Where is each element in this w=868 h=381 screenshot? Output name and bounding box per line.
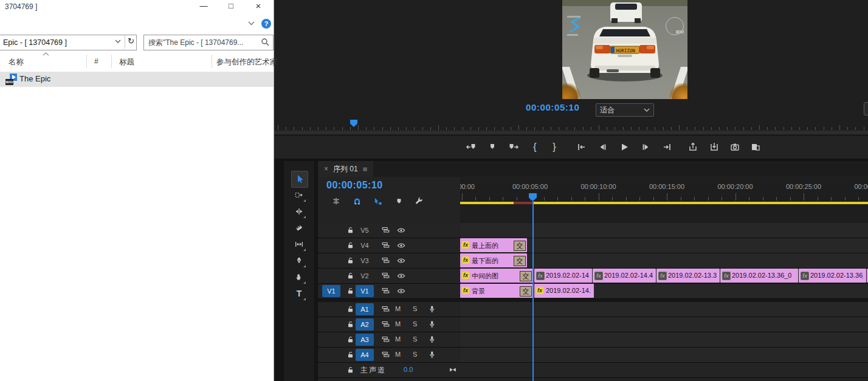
mute-button[interactable]: M [395,351,401,358]
search-icon[interactable] [261,38,269,46]
sync-lock-icon[interactable] [381,335,390,344]
zoom-level-select[interactable]: 适合 [596,103,654,117]
clip-最下面的[interactable]: fx最下面的交 [460,253,527,267]
lift-button[interactable] [684,139,701,156]
mic-icon[interactable] [427,304,436,314]
solo-button[interactable]: S [413,335,417,343]
chevron-down-icon[interactable] [115,39,121,44]
ripple-edit-tool[interactable] [291,204,307,219]
lock-open-icon[interactable] [346,225,355,235]
pen-tool[interactable] [291,253,307,269]
close-icon[interactable]: × [324,165,328,173]
lock-open-icon[interactable] [346,256,355,265]
track-target-A2[interactable]: A2 [356,318,374,331]
panel-menu-icon[interactable]: ≡ [363,165,368,174]
sync-lock-icon[interactable] [381,320,390,329]
track-name-V3[interactable]: V3 [356,255,374,267]
transition-badge[interactable]: 交 [520,286,532,297]
track-lane-V2[interactable]: fx中间的图交fx2019.02.02-14.33fx2019.02.02-14… [460,269,868,283]
hand-tool[interactable] [291,269,307,285]
linked-selection-button[interactable] [371,194,384,208]
solo-button[interactable]: S [413,320,417,328]
eye-icon[interactable] [396,241,406,250]
sync-lock-icon[interactable] [381,350,390,359]
solo-button[interactable]: S [413,305,417,312]
step-back-button[interactable] [594,139,611,156]
file-row-the-epic[interactable]: WAVThe Epic [0,72,274,87]
clip-2019.02.02-13.36_0[interactable]: fx2019.02.02-13.36_0 [799,269,866,283]
track-lane-V5[interactable] [460,223,868,238]
lock-open-icon[interactable] [346,335,355,344]
timeline-timecode[interactable]: 00:00:05:10 [326,180,383,191]
column-header-3[interactable]: 参与创作的艺术家 [216,57,277,67]
track-name-V4[interactable]: V4 [356,239,374,252]
track-name-V5[interactable]: V5 [356,224,374,236]
step-forward-button[interactable] [637,139,654,156]
go-to-previous-marker-button[interactable] [463,139,480,156]
master-volume-value[interactable]: 0.0 [404,366,413,373]
clip-背景[interactable]: fx背景交 [460,284,533,298]
timeline-settings-button[interactable] [412,194,425,208]
playhead-line[interactable] [532,201,534,381]
track-target-A3[interactable]: A3 [356,334,374,346]
mic-icon[interactable] [427,350,436,359]
help-button[interactable]: ? [261,19,271,29]
nest-sequence-button[interactable] [329,194,343,208]
sync-lock-icon[interactable] [381,271,390,280]
add-marker-button[interactable] [484,139,501,156]
track-lane-V3[interactable]: fx最下面的交 [460,253,868,268]
lock-open-icon[interactable] [346,350,355,359]
solo-button[interactable]: S [413,351,417,358]
track-target-A4[interactable]: A4 [356,349,374,361]
mute-button[interactable]: M [395,335,401,343]
track-lane-V4[interactable]: fx最上面的交 [460,238,868,253]
clip-2019.02.02-13.36_0[interactable]: fx2019.02.02-13.36_0 [720,269,798,283]
clip-2019.02.02-14.42_0[interactable]: fx2019.02.02-14.42_0 [593,269,656,283]
mark-in-button[interactable]: { [526,139,543,156]
track-target-A1[interactable]: A1 [356,303,374,315]
track-lane-A4[interactable] [460,348,868,362]
go-to-in-button[interactable] [573,139,590,156]
minimize-button[interactable]: — [198,1,210,11]
column-header-name[interactable]: 名称 [9,57,24,67]
mark-out-button[interactable]: } [546,139,563,156]
lock-open-icon[interactable] [346,271,355,280]
eye-icon[interactable] [396,286,406,296]
mic-icon[interactable] [427,320,436,329]
maximize-button[interactable]: □ [225,1,237,11]
go-to-out-button[interactable] [658,139,675,156]
transition-badge[interactable]: 交 [514,256,526,266]
clip-最上面的[interactable]: fx最上面的交 [460,238,527,252]
pan-icon[interactable] [448,365,457,374]
address-combo-box[interactable]: Epic - [ 13704769 ] ↻ [0,35,137,50]
track-name-V2[interactable]: V2 [356,270,374,282]
close-button[interactable]: × [252,1,264,11]
play-button[interactable] [616,139,633,156]
clip-2019.02.02-14.33[interactable]: fx2019.02.02-14.33 [534,269,592,283]
timeline-ruler[interactable]: 00:00:0000:00:05:0000:00:10:0000:00:15:0… [460,177,868,201]
track-select-forward-tool[interactable] [291,187,307,203]
clip-2019.02.02-13.36.p[interactable]: fx2019.02.02-13.36.p [656,269,720,283]
sync-lock-icon[interactable] [381,256,390,265]
lock-open-icon[interactable] [346,365,355,374]
extract-button[interactable] [706,139,723,156]
track-lane-A2[interactable] [460,317,868,332]
ribbon-collapse-chevron-icon[interactable] [248,21,255,26]
add-marker-button[interactable] [392,194,405,208]
track-lane-V1[interactable]: fx背景交fx2019.02.02-14.33 [460,284,868,298]
monitor-scroll-strip[interactable] [274,131,868,134]
sync-lock-icon[interactable] [381,286,390,295]
sync-lock-icon[interactable] [381,304,390,314]
eye-icon[interactable] [396,225,406,235]
go-to-next-marker-button[interactable] [505,139,522,156]
export-frame-button[interactable] [726,139,743,156]
lock-open-icon[interactable] [346,241,355,250]
lock-open-icon[interactable] [346,320,355,329]
sync-lock-icon[interactable] [381,241,390,250]
clip-2019.02.02-14.33[interactable]: fx2019.02.02-14.33 [534,284,594,298]
column-header-2[interactable]: 标题 [119,57,134,67]
search-input[interactable]: 搜索"The Epic - [ 13704769... [143,35,274,50]
track-lane-A3[interactable] [460,332,868,347]
lock-open-icon[interactable] [346,286,355,295]
mute-button[interactable]: M [395,320,401,328]
